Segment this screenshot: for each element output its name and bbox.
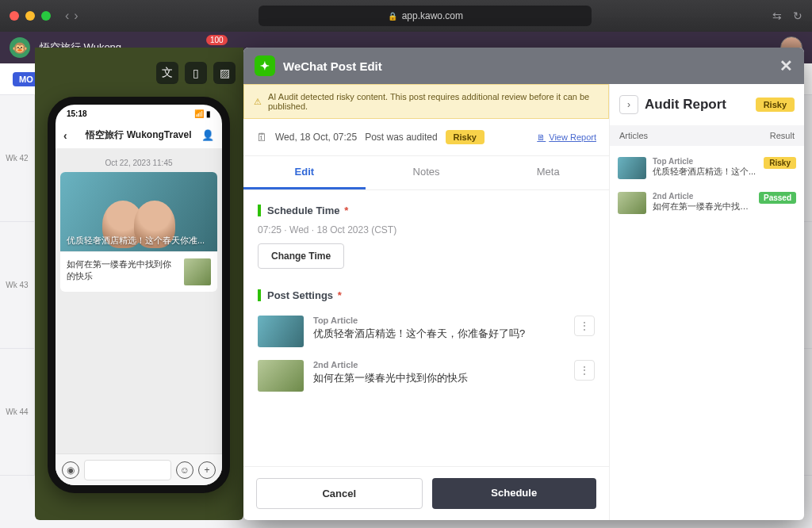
nav-arrows: ‹ › — [65, 9, 79, 23]
phone-back-icon[interactable]: ‹ — [63, 129, 67, 142]
voice-icon[interactable]: ◉ — [62, 461, 79, 479]
schedule-value: 07:25 · Wed · 18 Oct 2023 (CST) — [258, 224, 595, 235]
device-icon[interactable]: ▯ — [185, 62, 207, 84]
chat-body: Oct 22, 2023 11:45 优质轻奢酒店精选！这个春天你准... 如何… — [56, 149, 222, 453]
wechat-logo-icon: ✦ — [255, 55, 275, 76]
modal-title: WeChat Post Edit — [283, 59, 382, 73]
url-text: app.kawo.com — [402, 10, 463, 21]
week-label: Wk 43 — [0, 222, 35, 349]
post-editor-modal: ✦ WeChat Post Edit ✕ ⚠ AI Audit detected… — [243, 48, 804, 520]
editor-column: ⚠ AI Audit detected risky content. This … — [243, 84, 610, 520]
audit-item-label: Top Article — [653, 157, 757, 166]
translate-icon[interactable]: ⇆ — [772, 10, 782, 22]
history-icon[interactable]: ↻ — [793, 10, 802, 22]
audit-item-label: 2nd Article — [653, 192, 753, 201]
back-icon[interactable]: ‹ — [65, 9, 69, 23]
emoji-icon[interactable]: ☺ — [176, 461, 193, 479]
article-card[interactable]: 优质轻奢酒店精选！这个春天你准... 如何在第一缕春光中找到你的快乐 — [60, 172, 217, 292]
week-label: Wk 44 — [0, 349, 35, 476]
editor-tabs: Edit Notes Meta — [243, 156, 609, 190]
window-minimize-icon[interactable] — [25, 11, 35, 21]
post-label: Top Article — [313, 316, 525, 325]
browser-chrome: ‹ › 🔒 app.kawo.com ⇆ ↻ — [0, 0, 812, 32]
card-hero-image: 优质轻奢酒店精选！这个春天你准... — [60, 172, 217, 251]
chat-input-bar: ◉ ☺ + — [56, 453, 222, 485]
audit-date: Wed, 18 Oct, 07:25 — [275, 132, 357, 143]
forward-icon[interactable]: › — [74, 9, 78, 23]
result-badge-passed: Passed — [759, 192, 796, 204]
col-articles: Articles — [619, 131, 770, 140]
phone-time: 15:18 — [67, 109, 87, 118]
phone-statusbar: 15:18 📶 ▮ — [56, 105, 222, 122]
post-settings-heading: Post Settings * — [258, 289, 595, 301]
window-close-icon[interactable] — [10, 11, 19, 21]
tab-meta[interactable]: Meta — [487, 156, 609, 189]
card-secondary-thumb — [184, 258, 211, 285]
image-icon[interactable]: ▨ — [213, 62, 236, 84]
week-label: Wk 42 — [0, 95, 35, 222]
card-secondary-row[interactable]: 如何在第一缕春光中找到你的快乐 — [60, 251, 217, 292]
more-icon[interactable]: ⋮ — [574, 360, 595, 381]
phone-person-icon[interactable]: 👤 — [201, 129, 214, 141]
audit-column-headers: Articles Result — [610, 125, 804, 146]
audit-item-title: 如何在第一缕春光中找到... — [653, 201, 753, 212]
more-icon[interactable]: ⋮ — [574, 316, 595, 336]
chat-text-input[interactable] — [84, 460, 171, 480]
risky-badge: Risky — [446, 130, 485, 144]
post-title: 优质轻奢酒店精选！这个春天，你准备好了吗? — [313, 327, 525, 341]
audit-list: Top Article 优质轻奢酒店精选！这个... Risky 2nd Art… — [610, 146, 804, 225]
phone-title: 悟空旅行 WukongTravel — [86, 128, 191, 142]
post-thumb — [258, 316, 304, 347]
audit-alert: ⚠ AI Audit detected risky content. This … — [243, 84, 609, 119]
lock-icon: 🔒 — [388, 12, 397, 21]
modal-header: ✦ WeChat Post Edit ✕ — [243, 48, 804, 84]
browser-extensions: ⇆ ↻ — [772, 10, 802, 22]
close-icon[interactable]: ✕ — [779, 56, 793, 75]
post-settings-item: 2nd Article 如何在第一缕春光中找到你的快乐 ⋮ — [258, 354, 595, 398]
calendar-icon: 🗓 — [256, 131, 267, 143]
post-title: 如何在第一缕春光中找到你的快乐 — [313, 371, 468, 385]
plus-icon[interactable]: + — [198, 461, 216, 479]
notification-badge[interactable]: 100 — [206, 35, 228, 45]
schedule-heading: Schedule Time * — [258, 205, 595, 216]
audit-thumb — [618, 157, 646, 179]
audit-header: › Audit Report Risky — [610, 84, 804, 125]
preview-panel: 文 ▯ ▨ 15:18 📶 ▮ ‹ 悟空旅行 WukongTravel 👤 Oc… — [35, 48, 243, 520]
view-report-link[interactable]: 🗎 View Report — [537, 132, 596, 142]
post-thumb — [258, 360, 304, 392]
report-icon: 🗎 — [537, 132, 546, 142]
editor-content: Schedule Time * 07:25 · Wed · 18 Oct 202… — [243, 190, 609, 466]
result-badge-risky: Risky — [764, 157, 796, 169]
phone-preview: 15:18 📶 ▮ ‹ 悟空旅行 WukongTravel 👤 Oct 22, … — [48, 97, 230, 493]
warning-icon: ⚠ — [254, 97, 262, 107]
audit-risky-badge: Risky — [756, 98, 795, 112]
schedule-button[interactable]: Schedule — [432, 478, 597, 509]
audit-list-item[interactable]: Top Article 优质轻奢酒店精选！这个... Risky — [618, 151, 796, 186]
col-result: Result — [770, 131, 795, 140]
translate-icon[interactable]: 文 — [156, 62, 178, 84]
post-settings-item: Top Article 优质轻奢酒店精选！这个春天，你准备好了吗? ⋮ — [258, 309, 595, 354]
card-secondary-title: 如何在第一缕春光中找到你的快乐 — [67, 258, 179, 283]
app-logo-icon[interactable]: 🐵 — [10, 37, 30, 58]
window-zoom-icon[interactable] — [41, 11, 51, 21]
tab-notes[interactable]: Notes — [366, 156, 488, 189]
url-bar[interactable]: 🔒 app.kawo.com — [259, 6, 592, 26]
audit-title: Audit Report — [645, 97, 749, 113]
tab-edit[interactable]: Edit — [243, 156, 366, 189]
phone-signal-icon: 📶 ▮ — [194, 109, 211, 118]
audit-summary-row: 🗓 Wed, 18 Oct, 07:25 Post was audited Ri… — [243, 119, 609, 156]
chat-timestamp: Oct 22, 2023 11:45 — [60, 159, 217, 167]
change-time-button[interactable]: Change Time — [258, 243, 344, 269]
traffic-lights — [10, 11, 51, 21]
alert-text: AI Audit detected risky content. This po… — [268, 92, 599, 111]
audit-item-title: 优质轻奢酒店精选！这个... — [653, 166, 757, 178]
audit-list-item[interactable]: 2nd Article 如何在第一缕春光中找到... Passed — [618, 186, 796, 220]
editor-footer: Cancel Schedule — [243, 466, 609, 520]
audit-status: Post was audited — [365, 132, 437, 143]
cancel-button[interactable]: Cancel — [256, 478, 423, 509]
audit-thumb — [618, 192, 646, 214]
audit-panel: › Audit Report Risky Articles Result Top… — [610, 84, 804, 520]
card-hero-caption: 优质轻奢酒店精选！这个春天你准... — [67, 235, 211, 247]
chevron-right-icon[interactable]: › — [619, 95, 638, 114]
phone-header: ‹ 悟空旅行 WukongTravel 👤 — [56, 122, 222, 149]
